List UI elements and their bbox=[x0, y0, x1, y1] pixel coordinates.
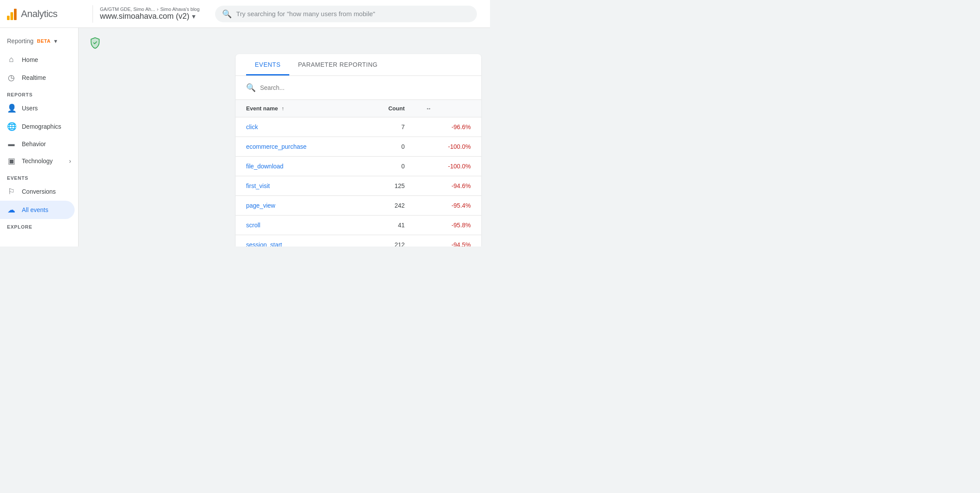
account-selector[interactable]: GA/GTM GDE, Simo Ah... › Simo Ahava's bl… bbox=[100, 7, 199, 21]
search-box[interactable]: 🔍 Try searching for "how many users from… bbox=[215, 6, 477, 22]
tab-events[interactable]: EVENTS bbox=[246, 54, 289, 75]
app-title: Analytics bbox=[21, 8, 58, 20]
search-icon: 🔍 bbox=[222, 9, 232, 19]
global-search[interactable]: 🔍 Try searching for "how many users from… bbox=[215, 6, 477, 22]
behavior-icon: ▬ bbox=[7, 140, 16, 147]
sidebar-item-users[interactable]: 👤 Users bbox=[0, 99, 75, 117]
chevron-down-icon: ▾ bbox=[192, 12, 195, 21]
account-breadcrumb: GA/GTM GDE, Simo Ah... › Simo Ahava's bl… bbox=[100, 7, 199, 12]
change-cell: -96.6% bbox=[415, 117, 482, 137]
logo-area: Analytics bbox=[7, 8, 86, 20]
table-search-input[interactable] bbox=[260, 84, 471, 91]
all-events-icon: ☁ bbox=[7, 205, 16, 215]
app-header: Analytics GA/GTM GDE, Simo Ah... › Simo … bbox=[0, 0, 490, 28]
sidebar: Reporting BETA ▾ ⌂ Home ◷ Realtime REPOR… bbox=[0, 28, 79, 246]
sidebar-item-home[interactable]: ⌂ Home bbox=[0, 51, 75, 68]
event-name-cell[interactable]: first_visit bbox=[236, 176, 359, 196]
events-table: Event name ↑ Count ↔ click 7 bbox=[236, 100, 481, 246]
demographics-icon: 🌐 bbox=[7, 122, 16, 131]
events-section-label: EVENTS bbox=[0, 170, 78, 182]
count-cell: 0 bbox=[359, 137, 415, 157]
sidebar-item-label: Behavior bbox=[22, 140, 46, 147]
main-content: EVENTS PARAMETER REPORTING 🔍 Event name bbox=[79, 28, 490, 246]
event-name-cell[interactable]: scroll bbox=[236, 216, 359, 235]
expand-icon: › bbox=[69, 157, 71, 164]
sort-icon: ↑ bbox=[281, 106, 284, 112]
count-cell: 125 bbox=[359, 176, 415, 196]
sidebar-item-label: Home bbox=[22, 56, 38, 63]
tabs-row: EVENTS PARAMETER REPORTING bbox=[236, 54, 481, 76]
logo-bar-2 bbox=[10, 12, 13, 20]
change-cell: -95.4% bbox=[415, 196, 482, 216]
table-row: file_download 0 -100.0% bbox=[236, 157, 481, 176]
reporting-section[interactable]: Reporting BETA ▾ bbox=[0, 33, 78, 51]
table-search-row: 🔍 bbox=[236, 76, 481, 100]
events-panel: EVENTS PARAMETER REPORTING 🔍 Event name bbox=[236, 54, 481, 246]
event-name-cell[interactable]: file_download bbox=[236, 157, 359, 176]
sidebar-item-label: Users bbox=[22, 105, 38, 112]
change-cell: -95.8% bbox=[415, 216, 482, 235]
reporting-label: Reporting bbox=[7, 38, 34, 45]
event-name-cell[interactable]: click bbox=[236, 117, 359, 137]
home-icon: ⌂ bbox=[7, 55, 16, 64]
users-icon: 👤 bbox=[7, 103, 16, 113]
analytics-logo bbox=[7, 8, 17, 20]
col-change: ↔ bbox=[415, 100, 482, 117]
account-property[interactable]: www.simoahava.com (v2) ▾ bbox=[100, 12, 199, 21]
sidebar-item-demographics[interactable]: 🌐 Demographics bbox=[0, 117, 75, 136]
col-count: Count bbox=[359, 100, 415, 117]
search-row-icon: 🔍 bbox=[246, 83, 256, 92]
shield-area bbox=[79, 28, 490, 54]
count-cell: 212 bbox=[359, 235, 415, 247]
count-cell: 242 bbox=[359, 196, 415, 216]
app-body: Reporting BETA ▾ ⌂ Home ◷ Realtime REPOR… bbox=[0, 28, 490, 246]
logo-bar-3 bbox=[14, 9, 17, 20]
table-row: first_visit 125 -94.6% bbox=[236, 176, 481, 196]
tab-parameter-reporting[interactable]: PARAMETER REPORTING bbox=[289, 54, 386, 75]
sidebar-item-technology[interactable]: ▣ Technology › bbox=[0, 152, 78, 170]
col-event-name[interactable]: Event name ↑ bbox=[236, 100, 359, 117]
event-name-cell[interactable]: ecommerce_purchase bbox=[236, 137, 359, 157]
beta-badge: BETA bbox=[37, 38, 51, 44]
change-cell: -94.5% bbox=[415, 235, 482, 247]
sidebar-item-label: Demographics bbox=[22, 123, 61, 130]
sidebar-item-realtime[interactable]: ◷ Realtime bbox=[0, 68, 75, 87]
shield-icon bbox=[89, 37, 101, 49]
change-cell: -100.0% bbox=[415, 137, 482, 157]
event-name-cell[interactable]: session_start bbox=[236, 235, 359, 247]
change-cell: -100.0% bbox=[415, 157, 482, 176]
sidebar-item-label: Technology bbox=[22, 157, 53, 164]
search-hint: Try searching for "how many users from m… bbox=[236, 10, 375, 17]
count-cell: 41 bbox=[359, 216, 415, 235]
sidebar-item-label: All events bbox=[22, 206, 48, 213]
realtime-icon: ◷ bbox=[7, 73, 16, 82]
technology-left: ▣ Technology bbox=[7, 156, 53, 166]
count-cell: 7 bbox=[359, 117, 415, 137]
chevron-down-icon: ▾ bbox=[54, 38, 57, 45]
logo-bar-1 bbox=[7, 16, 10, 20]
change-cell: -94.6% bbox=[415, 176, 482, 196]
count-cell: 0 bbox=[359, 157, 415, 176]
table-row: session_start 212 -94.5% bbox=[236, 235, 481, 247]
table-row: click 7 -96.6% bbox=[236, 117, 481, 137]
sidebar-item-conversions[interactable]: ⚐ Conversions bbox=[0, 182, 75, 201]
sidebar-item-all-events[interactable]: ☁ All events bbox=[0, 201, 75, 219]
table-row: scroll 41 -95.8% bbox=[236, 216, 481, 235]
table-row: page_view 242 -95.4% bbox=[236, 196, 481, 216]
sidebar-item-label: Conversions bbox=[22, 188, 56, 195]
conversions-icon: ⚐ bbox=[7, 187, 16, 196]
shield-icon-wrap bbox=[87, 35, 103, 51]
sidebar-item-behavior[interactable]: ▬ Behavior bbox=[0, 136, 75, 152]
header-divider bbox=[93, 5, 93, 23]
table-body: click 7 -96.6% ecommerce_purchase 0 -100… bbox=[236, 117, 481, 247]
table-row: ecommerce_purchase 0 -100.0% bbox=[236, 137, 481, 157]
technology-icon: ▣ bbox=[7, 156, 16, 166]
sidebar-item-label: Realtime bbox=[22, 74, 46, 81]
reports-section-label: REPORTS bbox=[0, 87, 78, 99]
table-header: Event name ↑ Count ↔ bbox=[236, 100, 481, 117]
event-name-cell[interactable]: page_view bbox=[236, 196, 359, 216]
explore-section-label: EXPLORE bbox=[0, 219, 78, 231]
